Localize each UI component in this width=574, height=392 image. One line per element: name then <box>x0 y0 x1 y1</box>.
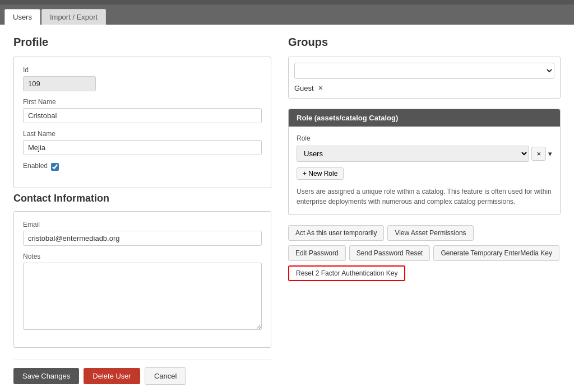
new-role-button[interactable]: + New Role <box>297 167 344 180</box>
last-name-input[interactable] <box>23 140 262 155</box>
groups-select[interactable] <box>294 63 554 79</box>
action-buttons-row2: Edit Password Send Password Reset Genera… <box>288 245 561 261</box>
contact-title: Contact Information <box>13 193 271 204</box>
notes-textarea[interactable] <box>23 263 262 330</box>
first-name-field-group: First Name <box>23 98 262 123</box>
role-header: Role (assets/catalog Catalog) <box>289 109 560 127</box>
cancel-button[interactable]: Cancel <box>145 367 186 385</box>
notes-field-group: Notes <box>23 253 262 332</box>
first-name-label: First Name <box>23 98 262 106</box>
action-buttons-row1: Act As this user temporarily View Asset … <box>288 225 561 241</box>
enabled-label: Enabled <box>23 162 48 170</box>
last-name-label: Last Name <box>23 130 262 138</box>
role-field-label: Role <box>297 134 552 142</box>
edit-password-button[interactable]: Edit Password <box>288 245 346 261</box>
role-dropdown-arrow: ▾ <box>548 150 552 158</box>
action-buttons-row3: Reset 2 Factor Authentication Key <box>288 265 561 281</box>
enabled-row: Enabled <box>23 162 262 172</box>
guest-tag-remove[interactable]: × <box>318 83 323 92</box>
first-name-input[interactable] <box>23 108 262 123</box>
two-col-layout: Profile Id First Name Last Name <box>13 36 561 385</box>
send-password-reset-button[interactable]: Send Password Reset <box>349 245 430 261</box>
top-bar <box>0 0 574 4</box>
notes-label: Notes <box>23 253 262 260</box>
main-content: Profile Id First Name Last Name <box>0 25 574 392</box>
reset-2fa-button[interactable]: Reset 2 Factor Authentication Key <box>288 265 405 281</box>
left-column: Profile Id First Name Last Name <box>13 36 271 385</box>
generate-key-button[interactable]: Generate Temporary EnterMedia Key <box>433 245 559 261</box>
tab-users[interactable]: Users <box>4 9 40 25</box>
right-column: Groups Guest × Role (assets/catalog Cata… <box>288 36 561 385</box>
id-field-group: Id <box>23 66 262 91</box>
id-label: Id <box>23 66 262 74</box>
email-input[interactable] <box>23 231 262 246</box>
id-input[interactable] <box>23 76 96 91</box>
groups-box: Guest × <box>288 57 561 99</box>
groups-title: Groups <box>288 36 561 49</box>
profile-title: Profile <box>13 36 271 49</box>
guest-tag-row: Guest × <box>294 83 554 92</box>
tab-import-export[interactable]: Import / Export <box>41 9 106 25</box>
email-label: Email <box>23 221 262 228</box>
last-name-field-group: Last Name <box>23 130 262 155</box>
role-body: Role Users × ▾ + New Role Users are assi… <box>289 127 560 214</box>
role-remove-button[interactable]: × <box>531 147 546 161</box>
tab-bar: Users Import / Export <box>0 4 574 25</box>
save-button[interactable]: Save Changes <box>13 368 79 384</box>
contact-box: Email Notes <box>13 211 271 348</box>
role-info-text: Users are assigned a unique role within … <box>297 186 552 207</box>
profile-box: Id First Name Last Name Enabled <box>13 57 271 188</box>
bottom-bar: Save Changes Delete User Cancel <box>13 359 271 385</box>
email-field-group: Email <box>23 221 262 246</box>
delete-user-button[interactable]: Delete User <box>84 368 140 384</box>
role-select[interactable]: Users <box>297 146 529 162</box>
enabled-checkbox[interactable] <box>51 163 59 171</box>
guest-tag-label: Guest <box>294 84 314 92</box>
role-box: Role (assets/catalog Catalog) Role Users… <box>288 109 561 215</box>
view-asset-permissions-button[interactable]: View Asset Permissions <box>387 225 473 241</box>
role-select-row: Users × ▾ <box>297 146 552 162</box>
act-as-user-button[interactable]: Act As this user temporarily <box>288 225 384 241</box>
